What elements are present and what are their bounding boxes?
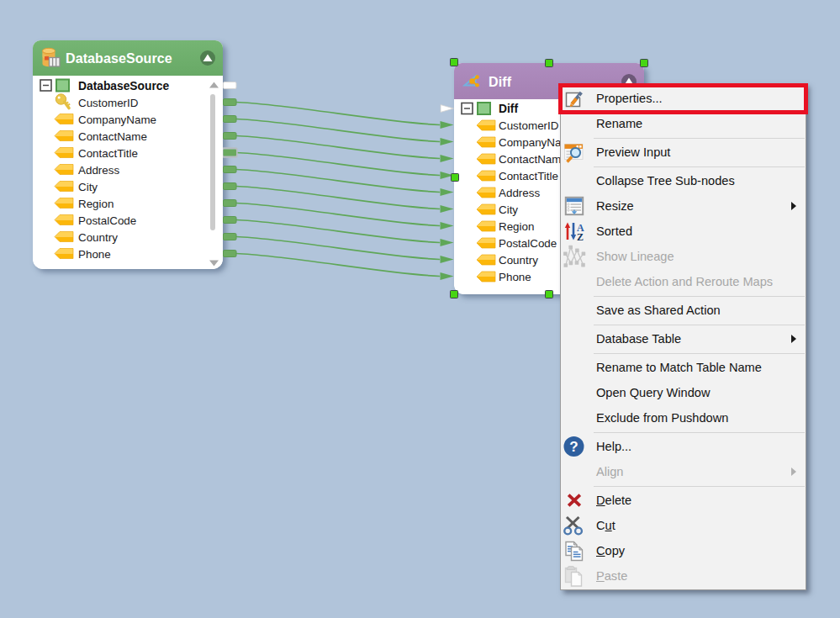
svg-text:Z: Z — [577, 231, 584, 240]
svg-text:?: ? — [569, 439, 578, 455]
